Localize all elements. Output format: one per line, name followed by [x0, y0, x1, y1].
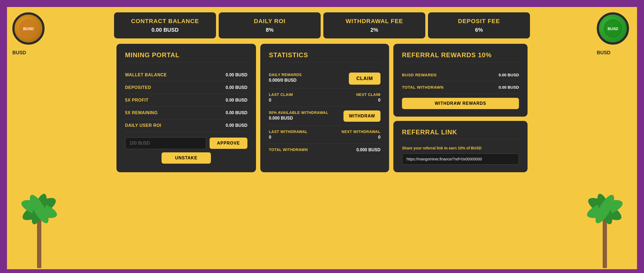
wallet-balance-label: WALLET BALANCE	[125, 73, 167, 77]
referral-rewards-title: REFERRAL REWARDS 10%	[402, 51, 519, 62]
5x-remaining-row: 5x REMAINING 0.00 BUSD	[125, 107, 247, 119]
busd-rewards-row: BUSD REWARDS 0.00 BUSD	[402, 69, 519, 81]
last-claim-col: LAST CLAIM 0	[269, 92, 293, 103]
next-claim-value: 0	[356, 98, 380, 103]
daily-rewards-row: DAILY REWARDS 0.000/0 BUSD CLAIM	[269, 69, 380, 89]
deposited-row: DEPOSITED 0.00 BUSD	[125, 81, 247, 94]
input-approve-row: APPROVE	[125, 137, 247, 149]
total-withdrawn-value: 0.000 BUSD	[356, 148, 380, 152]
ref-total-withdrawn-label: TOTAL WITHDRAWN	[402, 85, 444, 89]
next-withdrawal-value: 0	[342, 135, 380, 140]
daily-rewards-info: DAILY REWARDS 0.000/0 BUSD	[269, 73, 302, 83]
wallet-balance-value: 0.00 BUSD	[226, 73, 247, 77]
contract-balance-value: 0.00 BUSD	[125, 27, 205, 33]
claim-button[interactable]: CLAIM	[349, 73, 380, 85]
referral-link-title: REFERRAL LINK	[402, 128, 519, 139]
withdraw-button[interactable]: WITHDRAW	[343, 110, 380, 122]
available-withdrawal-value: 0.000 BUSD	[269, 116, 328, 121]
referral-link-panel: REFERRAL LINK Share your referral link t…	[393, 121, 528, 172]
total-withdrawn-label: TOTAL WITHDRAWN	[269, 148, 308, 152]
daily-user-roi-row: DAILY USER ROI 0.00 BUSD	[125, 119, 247, 132]
withdrawal-times-row: LAST WITHDRAWAL 0 NEXT WITHDRAWAL 0	[269, 126, 380, 144]
deposit-fee-value: 6%	[439, 27, 519, 33]
right-panels: REFERRAL REWARDS 10% BUSD REWARDS 0.00 B…	[393, 44, 528, 172]
last-claim-value: 0	[269, 98, 293, 103]
statistics-title: STATISTICS	[269, 51, 380, 62]
svg-rect-9	[603, 214, 607, 268]
withdrawal-fee-value: 2%	[334, 27, 415, 33]
deposited-value: 0.00 BUSD	[226, 85, 247, 90]
last-withdrawal-col: LAST WITHDRAWAL 0	[269, 130, 308, 140]
total-withdrawn-row: TOTAL WITHDRAWN 0.000 BUSD	[269, 144, 380, 156]
ref-total-withdrawn-row: TOTAL WITHDRAWN 0.00 BUSD	[402, 81, 519, 94]
withdraw-rewards-button[interactable]: WITHDRAW REWARDS	[402, 98, 519, 109]
mining-portal-panel: MINING PORTAL WALLET BALANCE 0.00 BUSD D…	[116, 44, 256, 172]
daily-rewards-value: 0.000/0 BUSD	[269, 78, 302, 83]
mining-actions: APPROVE UNSTAKE	[125, 137, 247, 164]
available-withdrawal-row: 50% AVAILABLE WITHDRAWAL 0.000 BUSD WITH…	[269, 107, 380, 126]
unstake-button[interactable]: UNSTAKE	[162, 152, 211, 164]
last-withdrawal-value: 0	[269, 135, 308, 140]
available-withdrawal-label: 50% AVAILABLE WITHDRAWAL	[269, 110, 328, 115]
daily-roi-value: 8%	[229, 27, 310, 33]
5x-profit-label: 5x PROFIT	[125, 98, 148, 103]
next-withdrawal-label: NEXT WITHDRAWAL	[342, 130, 380, 134]
5x-remaining-value: 0.00 BUSD	[226, 110, 247, 115]
daily-roi-title: DAILY ROI	[229, 18, 310, 25]
last-withdrawal-label: LAST WITHDRAWAL	[269, 130, 308, 134]
daily-user-roi-label: DAILY USER ROI	[125, 123, 161, 128]
wallet-balance-row: WALLET BALANCE 0.00 BUSD	[125, 69, 247, 81]
contract-balance-title: CONTRACT BALANCE	[125, 18, 205, 25]
svg-rect-4	[37, 214, 41, 268]
daily-roi-card: DAILY ROI 8%	[219, 12, 321, 38]
referral-rewards-panel: REFERRAL REWARDS 10% BUSD REWARDS 0.00 B…	[393, 44, 528, 117]
referral-link-value[interactable]: https://mangominer.finance/?ref=0x000000…	[402, 153, 519, 165]
deposit-fee-card: DEPOSIT FEE 6%	[428, 12, 530, 38]
5x-profit-value: 0.00 BUSD	[226, 98, 247, 103]
top-stats-bar: CONTRACT BALANCE 0.00 BUSD DAILY ROI 8% …	[12, 12, 632, 38]
withdrawal-fee-title: WITHDRAWAL FEE	[334, 18, 415, 25]
last-claim-label: LAST CLAIM	[269, 92, 293, 97]
main-content: MINING PORTAL WALLET BALANCE 0.00 BUSD D…	[12, 44, 632, 172]
busd-rewards-value: 0.00 BUSD	[499, 73, 519, 77]
5x-profit-row: 5x PROFIT 0.00 BUSD	[125, 94, 247, 107]
mining-portal-title: MINING PORTAL	[125, 51, 247, 62]
ref-total-withdrawn-value: 0.00 BUSD	[499, 85, 519, 89]
busd-amount-input[interactable]	[125, 137, 206, 149]
palm-left	[18, 188, 61, 269]
contract-balance-card: CONTRACT BALANCE 0.00 BUSD	[114, 12, 216, 38]
available-withdrawal-info: 50% AVAILABLE WITHDRAWAL 0.000 BUSD	[269, 110, 328, 121]
statistics-panel: STATISTICS DAILY REWARDS 0.000/0 BUSD CL…	[260, 44, 389, 172]
palm-right	[583, 188, 626, 269]
claim-times-row: LAST CLAIM 0 NEXT CLAIM 0	[269, 89, 380, 107]
busd-rewards-label: BUSD REWARDS	[402, 73, 437, 77]
deposited-label: DEPOSITED	[125, 85, 151, 90]
withdrawal-fee-card: WITHDRAWAL FEE 2%	[323, 12, 425, 38]
deposit-fee-title: DEPOSIT FEE	[439, 18, 519, 25]
next-claim-col: NEXT CLAIM 0	[356, 92, 380, 103]
referral-link-description: Share your referral link to earn 10% of …	[402, 146, 519, 150]
daily-user-roi-value: 0.00 BUSD	[226, 123, 247, 128]
approve-button[interactable]: APPROVE	[210, 138, 247, 149]
daily-rewards-label: DAILY REWARDS	[269, 73, 302, 77]
next-withdrawal-col: NEXT WITHDRAWAL 0	[342, 130, 380, 140]
next-claim-label: NEXT CLAIM	[356, 92, 380, 97]
5x-remaining-label: 5x REMAINING	[125, 110, 158, 115]
